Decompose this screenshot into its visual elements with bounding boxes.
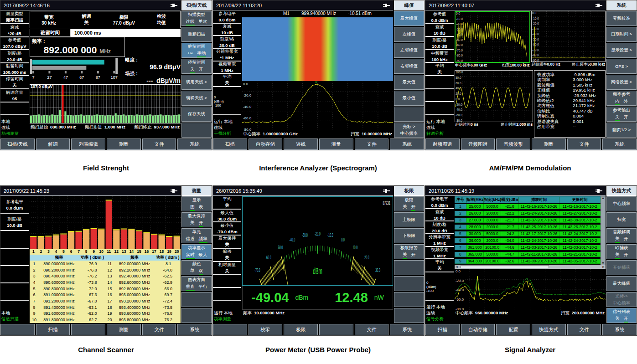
softkey-button[interactable]: 网络设置 >	[606, 75, 637, 90]
bottom-menu-button[interactable]: 配置	[496, 324, 530, 335]
softkey-button[interactable]: 保存天线	[181, 107, 212, 122]
bottom-menu-button[interactable]: 扫描	[213, 138, 247, 150]
softkey-button[interactable]: 信号列表关开	[606, 308, 637, 323]
scrollbar-thumb[interactable]	[461, 265, 549, 268]
toggle-option: 外	[624, 98, 628, 105]
softkey-button[interactable]: 日期时间 >	[606, 27, 637, 42]
softkey-button[interactable]: 右邻峰值	[394, 59, 424, 74]
bottom-menu-button[interactable]: 文件	[567, 138, 601, 150]
bottom-menu-button[interactable]: 音频波形	[496, 138, 530, 150]
softkey-button[interactable]: 下极限	[394, 228, 424, 243]
bottom-menu-button[interactable]: 系统	[602, 138, 637, 150]
bottom-menu-button[interactable]: 系统	[177, 324, 212, 335]
softkey-button[interactable]: 图表方向垂直平行	[181, 276, 212, 291]
softkey-button[interactable]: 显示图表	[181, 196, 212, 211]
bottom-menu-button[interactable]: 射频图谱	[425, 138, 460, 150]
table-row[interactable]: 10891.800000 MHz-62.720893.800000 MHz-76…	[30, 317, 181, 323]
table-row[interactable]: 636.0002000.0-34.011-42-24-2017-10-2611-…	[455, 237, 601, 244]
table-row[interactable]: 428.0002000.0-21.711-42-25-2017-10-2611-…	[455, 224, 601, 231]
table-row[interactable]: 7891.200000 MHz-67.017893.200000 MHz-72.…	[30, 298, 181, 304]
softkey-button[interactable]: 最大峰值	[394, 11, 424, 26]
table-row[interactable]: 8365.0005000.0-44.711-42-11-2017-10-2611…	[455, 251, 601, 258]
softkey-button[interactable]: 频率参考内外	[606, 91, 637, 106]
bottom-menu-button[interactable]: 扫描/天线	[0, 138, 35, 150]
softkey-button[interactable]: 扫描类型连续单次	[181, 11, 212, 26]
bottom-menu-button[interactable]: 系统	[177, 138, 212, 150]
softkey-button[interactable]: 最大值	[394, 75, 424, 90]
sidebar-item-label: 刻度/格	[0, 51, 29, 56]
bottom-menu-button[interactable]: 迹线	[284, 138, 318, 150]
bottom-menu-button[interactable]: 音频图谱	[461, 138, 495, 150]
channel-bar-chart	[30, 196, 181, 249]
softkey-button[interactable]: IQ捕获关开	[606, 244, 637, 259]
bottom-menu-button[interactable]: 测量	[532, 138, 566, 150]
bottom-menu-button[interactable]: 文件	[567, 324, 601, 335]
softkey-button[interactable]: 显示设置 >	[606, 43, 637, 58]
softkey-button[interactable]: 颜色单双	[181, 260, 212, 275]
table-row[interactable]: 1890.000000 MHz-76.911892.000000 MHz-8.1	[30, 261, 181, 267]
bottom-menu-button[interactable]: 系统	[602, 324, 637, 335]
softkey-button[interactable]: 开始捕获	[606, 260, 637, 275]
softkey-button[interactable]: 参考输出关开	[606, 107, 637, 122]
softkey-button[interactable]: GPS >	[606, 59, 637, 74]
softkey-button[interactable]: 停留时间关开	[181, 59, 212, 74]
bottom-menu-button[interactable]: 快捷方式	[532, 324, 566, 335]
softkey-button[interactable]: 中心频率	[606, 196, 637, 211]
softkey-button[interactable]: 翻页1/2 >	[606, 123, 637, 138]
frequency-footer: 中心频率1.000000000 GHz扫宽10.000000 MHz	[242, 131, 393, 137]
softkey-button[interactable]: 次峰值	[394, 27, 424, 42]
table-row[interactable]: 6891.000000 MHz-67.316893.000000 MHz-69.…	[30, 292, 181, 298]
softkey-button[interactable]: 最大峰值	[606, 276, 637, 291]
table-row[interactable]: 125.0005000.0-21.811-42-16-2017-10-2611-…	[455, 203, 601, 210]
bottom-menu-button[interactable]: 测量	[107, 138, 141, 150]
table-cell: 890.400000 MHz	[39, 274, 79, 278]
softkey-button[interactable]: 重新扫描	[181, 27, 212, 42]
table-row[interactable]: 3890.400000 MHz-76.213892.400000 MHz-62.…	[30, 273, 181, 279]
softkey-button[interactable]: 扫宽	[606, 212, 637, 227]
softkey-button[interactable]: 单元信道频率	[181, 228, 212, 243]
softkey-button[interactable]: 极限报警关开	[394, 244, 424, 259]
vertical-scrollbar[interactable]: ▲▼	[601, 196, 606, 265]
table-row[interactable]: 9864.30020100.0-32.611-42-00-2017-10-261…	[455, 258, 601, 265]
bottom-menu-button[interactable]: 文件	[142, 138, 176, 150]
table-row[interactable]: 9891.600000 MHz-62.019893.600000 MHz-76.…	[30, 311, 181, 317]
bottom-menu-button[interactable]: 测量	[107, 324, 141, 335]
softkey-button[interactable]: 最大保持关开	[181, 212, 212, 227]
bottom-menu-button[interactable]: 系统	[390, 138, 424, 150]
table-row[interactable]: 4890.600000 MHz-73.814892.600000 MHz-62.…	[30, 279, 181, 286]
softkey-button[interactable]: 上极限	[394, 212, 424, 227]
bottom-menu-button[interactable]: 解调	[36, 138, 70, 150]
bottom-menu-button[interactable]: 文件	[355, 138, 389, 150]
softkey-button[interactable]: 零频校准	[606, 11, 637, 26]
bottom-menu-button[interactable]: 测量	[319, 138, 353, 150]
bottom-menu-button[interactable]: 扫描	[36, 324, 70, 335]
softkey-button[interactable]: 极限关开	[394, 196, 424, 211]
table-row[interactable]: 7361.80020100.0-44.611-42-03-2017-10-261…	[455, 244, 601, 251]
bottom-menu-button[interactable]: 文件	[355, 324, 389, 335]
softkey-button[interactable]: 光标->中心频率	[606, 292, 637, 307]
bottom-menu-button[interactable]: 扫描	[425, 324, 460, 335]
softkey-button[interactable]: 功率显示实时最大	[181, 244, 212, 259]
softkey-button[interactable]: 调用天线 >	[181, 75, 212, 90]
softkey-button[interactable]: 音频解调关开	[606, 228, 637, 243]
softkey-button[interactable]: 左邻峰值	[394, 43, 424, 58]
bottom-menu-button[interactable]: 自动存储	[249, 138, 283, 150]
bottom-menu-button[interactable]: 自动存储	[461, 324, 495, 335]
bottom-menu-button[interactable]: 极限	[284, 324, 318, 335]
table-row[interactable]: 226.0002000.0-22.211-42-24-2017-10-2611-…	[455, 210, 601, 217]
softkey-button[interactable]: 最小值	[394, 91, 424, 106]
bottom-menu-button[interactable]: 列表编辑	[71, 138, 105, 150]
table-row[interactable]: 327.0003000.0-21.711-42-37-2017-10-2611-…	[455, 217, 601, 224]
table-row[interactable]: 5890.800000 MHz-72.015892.800000 MHz-66.…	[30, 286, 181, 292]
dwell-time-input[interactable]: 100.000 ms	[71, 29, 181, 37]
softkey-button[interactable]: 驻留时间+∞手动	[181, 43, 212, 58]
table-row[interactable]: 530.0005000.0-24.211-42-17-2017-10-2611-…	[455, 231, 601, 237]
softkey-button[interactable]: 光标->中心频率	[394, 123, 424, 138]
bottom-menu-button[interactable]: 校零	[249, 324, 283, 335]
bottom-menu-button[interactable]: 系统	[390, 324, 424, 335]
table-row[interactable]: 8891.400000 MHz-63.118893.400000 MHz-73.…	[30, 304, 181, 311]
horizontal-scrollbar[interactable]: ◄►	[455, 265, 606, 269]
bottom-menu-button[interactable]: 文件	[142, 324, 176, 335]
softkey-button[interactable]: 编辑天线 >	[181, 91, 212, 106]
table-row[interactable]: 2890.200000 MHz-76.812892.200000 MHz-64.…	[30, 267, 181, 273]
